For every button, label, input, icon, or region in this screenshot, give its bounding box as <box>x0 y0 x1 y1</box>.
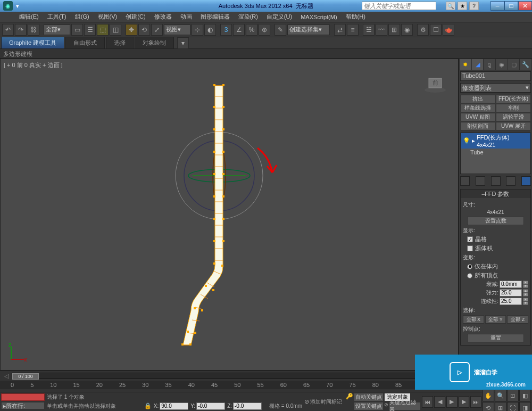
menu-maxscript[interactable]: MAXScript(M) <box>297 13 340 21</box>
key-mode-icon[interactable]: ⊘ <box>384 402 388 410</box>
walk-button[interactable]: ◨ <box>519 402 531 411</box>
schematic-button[interactable]: ⊞ <box>388 24 400 36</box>
continuity-input[interactable]: 25.0 <box>500 298 522 305</box>
next-frame-button[interactable]: ▶ <box>459 396 470 408</box>
selection-filter[interactable]: 全部 ▾ <box>44 24 70 35</box>
help-search-input[interactable] <box>362 2 436 10</box>
percent-snap[interactable]: % <box>246 24 257 36</box>
tension-down[interactable]: ▼ <box>523 293 528 297</box>
layers-button[interactable]: ☱ <box>363 24 375 36</box>
coord-y-input[interactable]: -0.0 <box>196 402 225 410</box>
app-icon[interactable]: ◉ <box>3 1 13 11</box>
time-tag-icon[interactable]: ⊘ <box>304 398 309 405</box>
menu-create[interactable]: 创建(C) <box>122 12 148 22</box>
ribbon-expand[interactable]: ▾ <box>177 37 189 49</box>
pan-button[interactable]: ✋ <box>483 390 494 401</box>
minimize-button[interactable]: – <box>491 1 504 11</box>
panel-tab-modify[interactable]: ◢ <box>472 59 484 70</box>
menu-edit[interactable]: 编辑(E) <box>16 12 42 22</box>
ribbon-tab-selection[interactable]: 选择 <box>106 37 134 49</box>
curve-editor-button[interactable]: 〰 <box>376 24 387 36</box>
move-button[interactable]: ✥ <box>126 24 137 36</box>
menu-modifiers[interactable]: 修改器 <box>151 12 175 22</box>
align-button[interactable]: ≡ <box>347 24 359 36</box>
falloff-down[interactable]: ▼ <box>523 284 528 288</box>
orbit-button[interactable]: ⟲ <box>483 402 494 411</box>
set-key-button[interactable]: 设置关键点 <box>354 402 384 410</box>
menu-animation[interactable]: 动画 <box>177 12 195 22</box>
fav-icon[interactable]: ★ <box>458 2 467 10</box>
location-button[interactable]: ▸ 所在行: <box>1 402 45 409</box>
configure-sets-button[interactable] <box>521 176 531 186</box>
menu-views[interactable]: 视图(V) <box>95 12 121 22</box>
render-setup-button[interactable]: ⚙ <box>417 24 429 36</box>
rollout-head-ffd[interactable]: – FFD 参数 <box>461 190 530 198</box>
tension-up[interactable]: ▲ <box>523 289 528 293</box>
auto-key-button[interactable]: 自动关键点 <box>354 393 384 401</box>
bulb-icon[interactable]: 💡 <box>463 137 470 144</box>
time-prev-icon[interactable]: ◁ <box>4 373 9 380</box>
rotate-button[interactable]: ⟲ <box>138 24 150 36</box>
panel-tab-motion[interactable]: ◉ <box>496 59 508 70</box>
key-filter-button[interactable]: 关键点过滤器 <box>389 402 421 410</box>
fov-button[interactable]: ◧ <box>519 390 531 401</box>
snap-toggle[interactable]: 3 <box>220 24 232 36</box>
mod-btn-slice[interactable]: 剖切剖面 <box>460 122 495 130</box>
panel-tab-create[interactable]: ✹ <box>460 59 471 70</box>
menu-help[interactable]: 帮助(H) <box>343 12 369 22</box>
help-icon[interactable]: 🔍 <box>446 2 455 10</box>
mod-btn-ffd[interactable]: FFD(长方体) <box>496 95 531 103</box>
ref-coord-system[interactable]: 视图 ▾ <box>164 24 190 35</box>
maximize-button[interactable]: □ <box>504 1 518 11</box>
zoom-extents-button[interactable]: ⊡ <box>507 390 519 401</box>
stack-item-tube[interactable]: Tube <box>461 149 530 156</box>
manip-button[interactable]: ◐ <box>204 24 216 36</box>
select-region-button[interactable]: ⬚ <box>97 24 109 36</box>
object-name-field[interactable]: Tube001 <box>460 71 531 81</box>
radio-inside[interactable]: 仅在体内 <box>467 262 528 270</box>
render-button[interactable]: 🫖 <box>443 24 454 36</box>
ribbon-subtab[interactable]: 多边形建模 <box>0 49 532 59</box>
checkbox-source[interactable]: 源体积 <box>467 244 528 252</box>
remove-mod-button[interactable] <box>506 176 516 186</box>
coord-x-input[interactable]: 90.0 <box>160 402 188 410</box>
pin-stack-button[interactable] <box>460 176 470 186</box>
modifier-stack[interactable]: 💡▸FFD(长方体) 4x4x21 Tube <box>460 133 531 174</box>
falloff-input[interactable]: 0.0mm <box>500 281 522 288</box>
ribbon-tab-freeform[interactable]: 自由形式 <box>65 37 105 49</box>
tension-input[interactable]: 25.0 <box>500 289 522 297</box>
mod-btn-lathe[interactable]: 车削 <box>496 104 531 112</box>
coord-z-input[interactable]: -0.0 <box>233 402 262 410</box>
key-icon[interactable]: 🔑 <box>346 393 353 401</box>
mod-btn-extrude[interactable]: 挤出 <box>460 95 495 103</box>
redo-button[interactable]: ↷ <box>15 24 27 36</box>
panel-tab-display[interactable]: ▢ <box>508 59 520 70</box>
mod-btn-uvw[interactable]: UVW 贴图 <box>460 113 495 121</box>
ribbon-tab-graphite[interactable]: Graphite 建模工具 <box>1 37 64 49</box>
goto-end-button[interactable]: ⏭ <box>470 396 481 408</box>
falloff-up[interactable]: ▲ <box>523 281 528 284</box>
expand-icon[interactable]: ▸ <box>472 137 475 144</box>
render-frame-button[interactable]: ☐ <box>430 24 442 36</box>
material-editor-button[interactable]: ◉ <box>401 24 413 36</box>
named-sel-set[interactable]: 创建选择集 ▾ <box>287 24 330 35</box>
stack-item-ffd[interactable]: 💡▸FFD(长方体) 4x4x21 <box>461 133 530 149</box>
pivot-button[interactable]: ⊹ <box>192 24 203 36</box>
set-points-button[interactable]: 设置点数 <box>467 217 524 225</box>
menu-group[interactable]: 组(G) <box>72 12 93 22</box>
cont-down[interactable]: ▼ <box>523 301 528 305</box>
modifier-list-dropdown[interactable]: 修改器列表▾ <box>460 83 531 93</box>
menu-tools[interactable]: 工具(T) <box>44 12 70 22</box>
cont-up[interactable]: ▲ <box>523 298 528 301</box>
panel-tab-hierarchy[interactable]: ⚼ <box>484 59 495 70</box>
play-button[interactable]: ▶ <box>446 396 458 408</box>
maxscript-mini-listener[interactable] <box>1 393 45 401</box>
menu-render[interactable]: 渲染(R) <box>235 12 261 22</box>
zoom-button[interactable]: 🔍 <box>495 390 506 401</box>
menu-graph[interactable]: 图形编辑器 <box>197 12 233 22</box>
max-viewport-button[interactable]: ⛶ <box>507 402 519 411</box>
close-button[interactable]: ✕ <box>518 1 532 11</box>
panel-tab-utilities[interactable]: 🔧 <box>520 59 531 70</box>
mod-btn-turbo[interactable]: 涡轮平滑 <box>496 113 531 121</box>
btn-all-z[interactable]: 全部 Z <box>507 315 528 324</box>
